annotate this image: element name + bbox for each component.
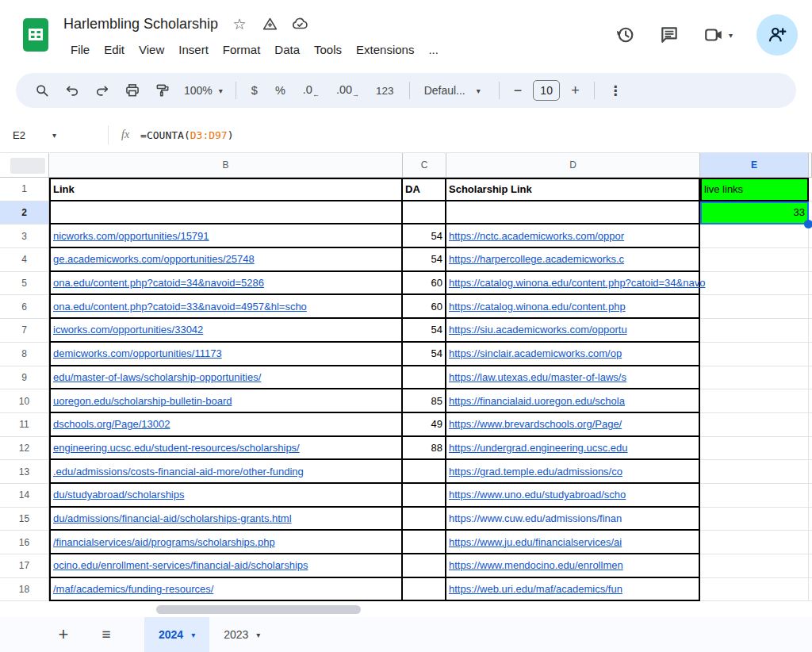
cell-B16[interactable]: /financialservices/aid/programs/scholars…: [49, 531, 403, 554]
cell-E13[interactable]: [700, 460, 809, 484]
cell-C12[interactable]: 88: [403, 437, 446, 461]
paint-format-icon[interactable]: [147, 78, 178, 103]
cell-link[interactable]: engineering.ucsc.edu/student-resources/s…: [53, 442, 300, 454]
cell-C9[interactable]: [403, 366, 446, 390]
cell-link[interactable]: https://www.uno.edu/studyabroad/scho: [449, 489, 626, 501]
font-family-select[interactable]: Defaul... ▾: [416, 84, 492, 97]
row-header-8[interactable]: 8: [0, 343, 49, 366]
cell-C10[interactable]: 85: [403, 389, 446, 413]
cell-link[interactable]: https://siu.academicworks.com/opportu: [449, 324, 627, 336]
cell-link[interactable]: https://nctc.academicworks.com/oppor: [449, 230, 624, 242]
all-sheets-icon[interactable]: ≡: [90, 619, 122, 650]
menu-format[interactable]: Format: [216, 40, 268, 59]
cell-D1[interactable]: Scholarship Link: [446, 178, 700, 201]
number-format-button[interactable]: 123: [367, 85, 403, 97]
search-icon[interactable]: [27, 78, 57, 103]
column-header-C[interactable]: C: [403, 153, 446, 178]
chevron-down-icon[interactable]: ▾: [729, 31, 733, 40]
cell-D2[interactable]: [446, 201, 700, 225]
cell-link[interactable]: uoregon.edu/scholarship-bulletin-board: [53, 395, 232, 407]
row-header-5[interactable]: 5: [0, 272, 49, 296]
column-header-D[interactable]: D: [446, 153, 700, 178]
cell-link[interactable]: edu/master-of-laws/scholarship-opportuni…: [53, 371, 261, 383]
cell-D18[interactable]: https://web.uri.edu/maf/academics/fun: [446, 578, 700, 602]
cell-E18[interactable]: [700, 578, 809, 602]
cell-C2[interactable]: [403, 201, 446, 225]
comment-icon[interactable]: [659, 25, 680, 45]
cell-link[interactable]: demicworks.com/opportunities/11173: [53, 347, 222, 359]
cell-D14[interactable]: https://www.uno.edu/studyabroad/scho: [446, 484, 700, 508]
cell-link[interactable]: https://financialaid.uoregon.edu/schola: [449, 395, 625, 407]
meet-camera-icon[interactable]: [703, 25, 724, 45]
format-percent-button[interactable]: %: [266, 84, 294, 97]
cell-C4[interactable]: 54: [403, 248, 446, 272]
cell-C8[interactable]: 54: [403, 343, 446, 366]
chevron-down-icon[interactable]: ▾: [256, 631, 260, 639]
cell-E10[interactable]: [700, 389, 809, 413]
menu-edit[interactable]: Edit: [97, 40, 132, 59]
cell-B2[interactable]: [49, 201, 403, 225]
cell-B1[interactable]: Link: [49, 178, 403, 201]
zoom-control[interactable]: 100% ▾: [178, 84, 229, 97]
cell-link[interactable]: https://www.cuw.edu/admissions/finan: [449, 512, 622, 524]
menu-tools[interactable]: Tools: [307, 40, 349, 59]
cell-D9[interactable]: https://law.utexas.edu/master-of-laws/s: [446, 366, 700, 390]
column-header-B[interactable]: B: [49, 153, 403, 178]
sheet-tab-2024[interactable]: 2024▾: [144, 617, 209, 652]
cell-B17[interactable]: ocino.edu/enrollment-services/financial-…: [49, 554, 403, 578]
cell-C1[interactable]: DA: [403, 178, 446, 201]
cell-B14[interactable]: du/studyabroad/scholarships: [49, 484, 403, 508]
menu-insert[interactable]: Insert: [171, 40, 216, 59]
column-header-E[interactable]: E: [700, 153, 809, 178]
cell-D6[interactable]: https://catalog.winona.edu/content.php: [446, 295, 700, 319]
cell-E16[interactable]: [700, 531, 809, 554]
cell-E14[interactable]: [700, 484, 809, 508]
cell-C7[interactable]: 54: [403, 319, 446, 343]
cell-B18[interactable]: /maf/academics/funding-resources/: [49, 578, 403, 602]
cell-B7[interactable]: icworks.com/opportunities/33042: [49, 319, 403, 343]
row-header-13[interactable]: 13: [0, 460, 49, 484]
cell-E11[interactable]: [700, 413, 809, 437]
cell-C16[interactable]: [403, 531, 446, 554]
move-to-drive-icon[interactable]: [261, 15, 278, 33]
chevron-down-icon[interactable]: ▾: [191, 631, 195, 639]
cell-D15[interactable]: https://www.cuw.edu/admissions/finan: [446, 508, 700, 531]
cell-E17[interactable]: [700, 554, 809, 578]
cell-E6[interactable]: [700, 295, 809, 319]
cell-link[interactable]: .edu/admissions/costs-financial-aid-more…: [53, 466, 304, 477]
menu-data[interactable]: Data: [267, 40, 307, 59]
cell-C6[interactable]: 60: [403, 295, 446, 319]
chevron-down-icon[interactable]: ▾: [52, 131, 56, 140]
increase-decimal-button[interactable]: .00→: [327, 83, 367, 98]
menu-[interactable]: ...: [421, 40, 446, 59]
cell-D8[interactable]: https://sinclair.academicworks.com/op: [446, 343, 700, 366]
cell-B3[interactable]: nicworks.com/opportunities/15791: [49, 224, 403, 248]
cell-C11[interactable]: 49: [403, 413, 446, 437]
row-header-3[interactable]: 3: [0, 224, 49, 248]
cell-C5[interactable]: 60: [403, 272, 446, 296]
cell-link[interactable]: ocino.edu/enrollment-services/financial-…: [53, 559, 308, 571]
row-header-4[interactable]: 4: [0, 248, 49, 272]
row-header-14[interactable]: 14: [0, 484, 49, 508]
version-history-icon[interactable]: [615, 25, 635, 45]
cloud-check-icon[interactable]: [291, 15, 308, 33]
cell-C15[interactable]: [403, 508, 446, 531]
cell-link[interactable]: du/admissions/financial-aid/scholarships…: [53, 512, 292, 524]
meet-camera-control[interactable]: ▾: [703, 25, 733, 45]
cell-D17[interactable]: https://www.mendocino.edu/enrollmen: [446, 554, 700, 578]
cell-B4[interactable]: ge.academicworks.com/opportunities/25748: [49, 248, 403, 272]
sheets-logo-icon[interactable]: [22, 17, 49, 52]
row-header-1[interactable]: 1: [0, 178, 49, 201]
decrease-decimal-button[interactable]: .0←: [294, 83, 327, 98]
cell-E3[interactable]: [700, 224, 809, 248]
cell-link[interactable]: https://www.mendocino.edu/enrollmen: [449, 559, 623, 571]
select-all-corner[interactable]: [0, 153, 49, 178]
share-add-person-button[interactable]: [756, 14, 798, 56]
cell-B12[interactable]: engineering.ucsc.edu/student-resources/s…: [49, 437, 403, 461]
redo-icon[interactable]: [87, 78, 117, 103]
cell-C3[interactable]: 54: [403, 224, 446, 248]
cell-link[interactable]: https://www.brevardschools.org/Page/: [449, 418, 622, 430]
cell-D11[interactable]: https://www.brevardschools.org/Page/: [446, 413, 700, 437]
format-currency-button[interactable]: $: [243, 84, 266, 97]
cell-D5[interactable]: https://catalog.winona.edu/content.php?c…: [446, 272, 700, 296]
